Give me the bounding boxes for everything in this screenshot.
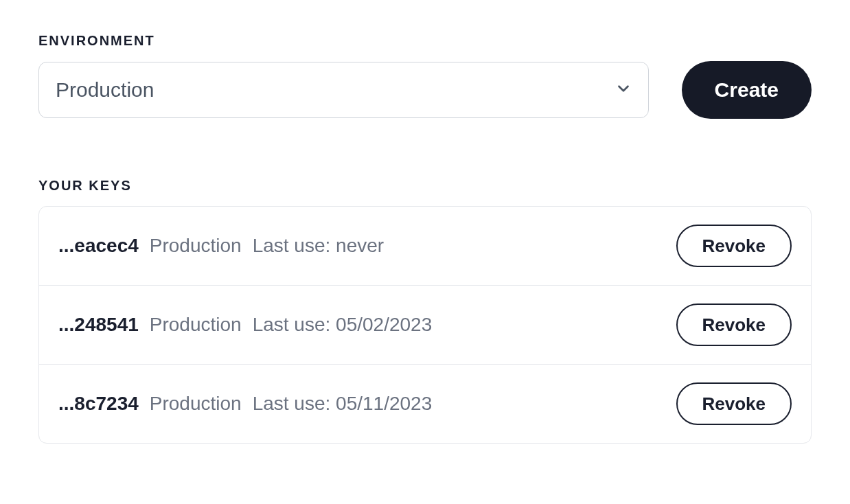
environment-section: ENVIRONMENT Production Create — [38, 33, 812, 119]
keys-list: ...eacec4 Production Last use: never Rev… — [38, 206, 812, 444]
key-environment: Production — [150, 393, 242, 415]
environment-select-wrap: Production — [38, 62, 649, 118]
key-last-use: Last use: 05/11/2023 — [253, 393, 433, 415]
key-row: ...8c7234 Production Last use: 05/11/202… — [39, 365, 811, 443]
key-last-use: Last use: never — [253, 235, 384, 257]
keys-section: YOUR KEYS ...eacec4 Production Last use:… — [38, 178, 812, 444]
keys-label: YOUR KEYS — [38, 178, 812, 194]
key-info: ...eacec4 Production Last use: never — [58, 235, 676, 257]
environment-selected-value: Production — [56, 78, 154, 102]
revoke-button[interactable]: Revoke — [676, 382, 792, 425]
environment-select[interactable]: Production — [38, 62, 649, 118]
key-info: ...8c7234 Production Last use: 05/11/202… — [58, 393, 676, 415]
key-info: ...248541 Production Last use: 05/02/202… — [58, 314, 676, 336]
revoke-button[interactable]: Revoke — [676, 225, 792, 267]
environment-label: ENVIRONMENT — [38, 33, 812, 49]
key-environment: Production — [150, 314, 242, 336]
key-id: ...8c7234 — [58, 393, 139, 415]
environment-row: Production Create — [38, 61, 812, 119]
key-row: ...eacec4 Production Last use: never Rev… — [39, 207, 811, 286]
key-id: ...eacec4 — [58, 235, 139, 257]
key-last-use: Last use: 05/02/2023 — [253, 314, 433, 336]
key-row: ...248541 Production Last use: 05/02/202… — [39, 286, 811, 365]
key-environment: Production — [150, 235, 242, 257]
create-button[interactable]: Create — [682, 61, 812, 119]
key-id: ...248541 — [58, 314, 139, 336]
revoke-button[interactable]: Revoke — [676, 303, 792, 346]
